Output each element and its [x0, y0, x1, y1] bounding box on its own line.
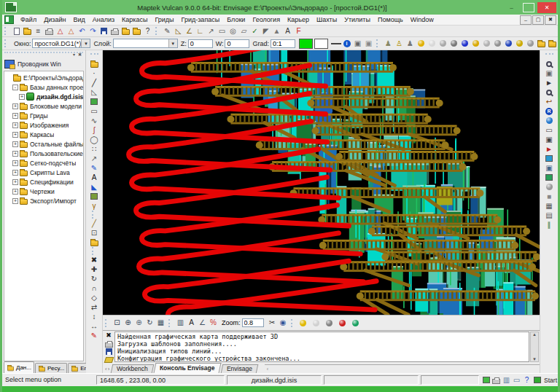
start-logo-icon[interactable] [532, 375, 542, 385]
delta-open-icon[interactable]: △ [55, 26, 66, 36]
menu-Дизайн[interactable]: Дизайн [40, 16, 69, 23]
tree-item[interactable]: +Пользовательские БД [4, 149, 83, 158]
maximize-button[interactable] [523, 3, 534, 12]
print-icon[interactable] [109, 26, 120, 36]
menu-Утилиты[interactable]: Утилиты [341, 16, 374, 23]
help-icon[interactable]: ? [142, 26, 153, 36]
file-list-icon[interactable]: ≡ [33, 26, 44, 36]
table-view-icon[interactable]: ▦ [155, 318, 166, 328]
minimize-all-icon[interactable]: ▭ [512, 375, 521, 385]
folder-cyl-icon[interactable] [536, 39, 547, 49]
ellipse-tool-icon[interactable]: ◯ [89, 135, 100, 144]
slice-icon[interactable]: ∥ [544, 220, 555, 230]
tree-expander-icon[interactable]: + [12, 179, 18, 185]
tile-windows-icon[interactable]: ▥ [502, 375, 511, 385]
chevron-down-icon[interactable]: ▼ [81, 39, 90, 47]
window-restore-icon[interactable]: ▣ [544, 163, 555, 173]
console-output[interactable]: Найденная графическая карта поддерживает… [114, 332, 529, 362]
tree-item[interactable]: +Гриды [4, 111, 83, 120]
tree-expander-icon[interactable]: - [12, 85, 18, 90]
zoom-select-icon[interactable] [544, 87, 555, 97]
pan-view-icon[interactable]: ⊕ [122, 318, 133, 328]
lamp-gray-icon[interactable] [324, 318, 335, 328]
panel-collapse-icon[interactable]: ▾ [71, 53, 77, 58]
ball-yellow-icon[interactable] [416, 39, 427, 49]
rectangle-tool-icon[interactable]: ▭ [89, 106, 100, 116]
pen-red-icon[interactable]: ✎ [89, 331, 100, 340]
secondary-color-swatch[interactable] [314, 39, 328, 49]
menu-Анализ[interactable]: Анализ [89, 16, 118, 23]
edit-segment-icon[interactable]: ╱ [89, 219, 100, 228]
layer-properties-icon[interactable] [89, 238, 100, 247]
layer-copy-icon[interactable]: ▣ [363, 39, 374, 49]
scroll-down-icon[interactable]: ▼ [532, 357, 537, 361]
tree-item[interactable]: +дизайн.dgd.isis [4, 92, 83, 101]
extend-object-icon[interactable]: ↔ [89, 321, 100, 331]
open-file-icon[interactable] [22, 26, 33, 36]
save-console-icon[interactable] [104, 348, 114, 356]
tree-expander-icon[interactable]: + [12, 170, 18, 176]
tree-expander-icon[interactable]: + [19, 94, 25, 100]
vertex-edit-icon[interactable]: ◇ [89, 293, 100, 302]
console-tab-Workbench[interactable]: Workbench [111, 364, 154, 373]
select-box-icon[interactable]: ▭ [217, 26, 228, 36]
print-status-icon[interactable] [491, 375, 501, 385]
tab-scroll-right-icon[interactable]: › [108, 366, 110, 372]
grid-plane-icon[interactable]: ▤ [544, 211, 555, 220]
toolbar-gripper[interactable] [4, 27, 8, 35]
mdi-restore-button[interactable]: ▢ [532, 15, 544, 25]
strike-dip-icon[interactable]: % [208, 318, 219, 328]
ball-dark-icon[interactable] [448, 39, 459, 49]
arc-edit-icon[interactable]: ∩ [89, 283, 100, 293]
tree-expander-icon[interactable]: + [12, 198, 18, 204]
link-views-icon[interactable]: ▣ [544, 68, 555, 78]
toolbar-gripper2[interactable] [4, 39, 8, 47]
tree-expander-icon[interactable]: + [12, 160, 18, 166]
flip-object-icon[interactable]: ⇄ [89, 302, 100, 312]
pick-tool-icon[interactable]: ► [544, 78, 555, 87]
save-icon[interactable] [98, 26, 109, 36]
grad-input[interactable] [271, 39, 295, 48]
polyline-tool-icon[interactable]: ◺ [89, 87, 100, 97]
print-setup-icon[interactable] [44, 26, 55, 36]
image-tool-icon[interactable] [89, 97, 100, 106]
new-file-icon[interactable] [11, 26, 22, 36]
pair-silver-icon[interactable] [481, 39, 492, 49]
cyl-gray-icon[interactable] [525, 39, 536, 49]
query-object-icon[interactable]: ✓ [249, 26, 260, 36]
layer-window-icon[interactable]: ▣ [352, 39, 363, 49]
tree-expander-icon[interactable]: + [12, 189, 18, 195]
text-size-icon[interactable]: A [186, 318, 197, 328]
menu-Каркасы[interactable]: Каркасы [118, 16, 151, 23]
new-window-icon[interactable]: ▭ [544, 125, 555, 135]
help-book-icon[interactable]: ? [522, 375, 532, 385]
menu-Window[interactable]: Window [407, 16, 438, 23]
marker-c-icon[interactable]: ♟ [405, 39, 416, 49]
select-region-icon[interactable]: ⊡ [112, 318, 122, 328]
tree-item[interactable]: +Сетко-подсчёты [4, 158, 83, 168]
tree-expander-icon[interactable]: + [12, 151, 18, 157]
lamp-green-icon[interactable] [350, 318, 361, 328]
menu-Блоки[interactable]: Блоки [223, 16, 249, 23]
rotate-object-icon[interactable]: ↻ [89, 274, 100, 283]
flag-tool-icon[interactable]: F [293, 26, 304, 36]
select-circle-icon[interactable]: ◎ [228, 26, 238, 36]
tree-item[interactable]: +Каркасы [4, 130, 83, 139]
mdi-minimize-button[interactable]: – [520, 15, 532, 25]
menu-Шахты[interactable]: Шахты [313, 16, 341, 23]
lamp-white-icon[interactable] [311, 318, 322, 328]
line-tool-icon[interactable]: ╱ [89, 78, 100, 87]
edit-status-icon[interactable] [481, 375, 491, 385]
spheres-icon[interactable] [544, 182, 555, 192]
scroll-up-icon[interactable]: ▲ [532, 332, 537, 337]
section-view-icon[interactable]: ▥ [175, 318, 186, 328]
tree-item[interactable]: +Чертежи [4, 187, 83, 196]
gamma-tool-icon[interactable]: γ [89, 201, 100, 211]
tree-expander-icon[interactable]: + [12, 132, 18, 138]
tree-item[interactable]: -Базы данных проекта [4, 82, 83, 92]
menu-Карьер[interactable]: Карьер [284, 16, 313, 23]
world-view-icon[interactable] [544, 116, 555, 125]
marker-a-icon[interactable]: ♟ [383, 39, 394, 49]
pair-gray-icon[interactable] [492, 39, 503, 49]
menu-Вид[interactable]: Вид [69, 16, 88, 23]
